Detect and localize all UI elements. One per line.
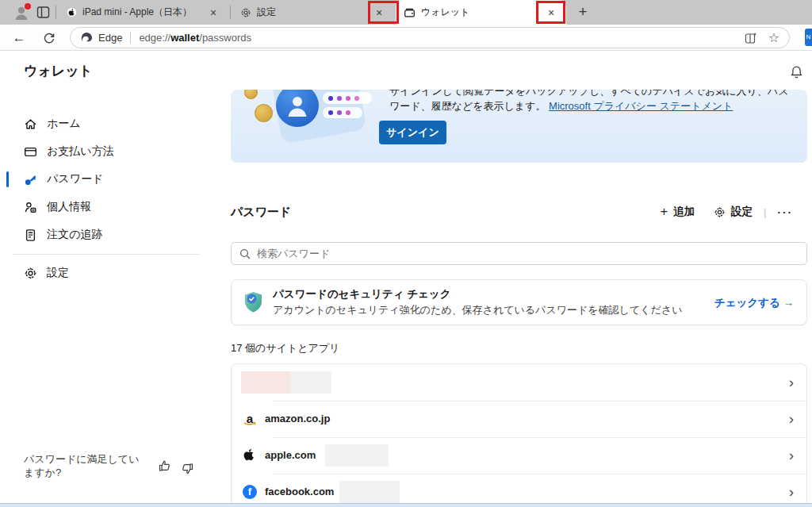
sidebar-item-label: お支払い方法 bbox=[47, 144, 114, 159]
search-input[interactable] bbox=[257, 248, 799, 259]
sidebar-item-label: パスワード bbox=[47, 172, 103, 186]
address-bar[interactable]: Edge edge://wallet/passwords ☆ bbox=[70, 27, 790, 48]
notification-bell-icon[interactable] bbox=[790, 65, 803, 79]
search-icon bbox=[239, 248, 251, 259]
sidebar-item-label: 個人情報 bbox=[47, 200, 91, 214]
banner-text: サインインして閲覧データをバックアップし、すべてのデバイスでお気に入り、パスワー… bbox=[389, 90, 799, 113]
password-row-amazon[interactable]: a amazon.co.jp › bbox=[232, 401, 806, 437]
edge-icon bbox=[80, 32, 93, 44]
key-icon bbox=[24, 173, 37, 186]
tab-title: iPad mini - Apple（日本） bbox=[82, 6, 192, 19]
thumbs-up-icon[interactable] bbox=[158, 459, 172, 473]
sidebar-item-payment[interactable]: お支払い方法 bbox=[24, 142, 114, 161]
back-button[interactable]: ← bbox=[10, 29, 29, 48]
password-row-redacted[interactable]: › bbox=[232, 364, 806, 401]
annotation-box-settings-close bbox=[368, 1, 399, 24]
wallet-icon bbox=[404, 7, 416, 18]
signin-banner: サインインして閲覧データをバックアップし、すべてのデバイスでお気に入り、パスワー… bbox=[231, 90, 807, 163]
password-row-facebook[interactable]: f facebook.com › bbox=[232, 474, 806, 507]
window-bottom-edge bbox=[0, 503, 812, 507]
apple-icon bbox=[67, 7, 77, 17]
page-title: ウォレット bbox=[24, 62, 93, 80]
redaction-box bbox=[339, 481, 400, 503]
url-path: /passwords bbox=[199, 32, 251, 44]
person-badge-icon bbox=[24, 201, 37, 214]
signin-button[interactable]: サインイン bbox=[379, 121, 446, 144]
password-pill bbox=[323, 107, 362, 118]
sites-count-label: 17 個のサイトとアプリ bbox=[231, 341, 340, 355]
profile-avatar[interactable] bbox=[13, 4, 30, 21]
gear-icon bbox=[714, 206, 726, 218]
gear-icon bbox=[240, 7, 251, 18]
chevron-right-icon[interactable]: › bbox=[789, 374, 794, 391]
run-check-link[interactable]: チェックする → bbox=[714, 296, 794, 310]
sidebar-item-label: 注文の追跡 bbox=[47, 228, 102, 242]
passwords-actions: + 追加 設定 | ··· bbox=[661, 205, 793, 219]
profile-notification-dot bbox=[25, 3, 31, 10]
security-check-title: パスワードのセキュリティ チェック bbox=[273, 287, 451, 302]
credit-card-icon bbox=[24, 145, 37, 159]
sidebar-item-order-tracking[interactable]: 注文の追跡 bbox=[24, 225, 102, 244]
gear-icon bbox=[24, 267, 37, 280]
home-icon bbox=[24, 117, 37, 131]
privacy-statement-link[interactable]: Microsoft プライバシー ステートメント bbox=[549, 100, 733, 112]
tab-title: ウォレット bbox=[421, 6, 469, 19]
security-check-card: パスワードのセキュリティ チェック アカウントのセキュリティ強化のため、保存され… bbox=[231, 279, 807, 325]
more-options-button[interactable]: ··· bbox=[778, 206, 794, 218]
site-name: amazon.co.jp bbox=[265, 413, 330, 424]
edge-label: Edge bbox=[98, 32, 122, 44]
browser-window: iPad mini - Apple（日本） × 設定 × ウォレット × + ←… bbox=[0, 0, 812, 507]
sidebar-divider bbox=[13, 254, 200, 255]
url-host: wallet bbox=[170, 32, 199, 44]
tab-apple[interactable]: iPad mini - Apple（日本） × bbox=[59, 0, 228, 25]
site-name: facebook.com bbox=[265, 486, 334, 497]
workspaces-icon[interactable] bbox=[36, 6, 50, 19]
tab-separator bbox=[56, 6, 56, 19]
coin-icon bbox=[255, 104, 273, 122]
tab-strip: iPad mini - Apple（日本） × 設定 × ウォレット × + bbox=[0, 0, 812, 25]
annotation-box-wallet-close bbox=[536, 1, 565, 24]
redaction-box bbox=[241, 371, 290, 394]
favorites-star-icon[interactable]: ☆ bbox=[768, 30, 779, 45]
coin-icon bbox=[244, 90, 258, 99]
tab-title: 設定 bbox=[257, 6, 276, 19]
sidebar-item-label: ホーム bbox=[47, 117, 81, 131]
split-screen-icon[interactable] bbox=[745, 32, 757, 44]
tab-separator bbox=[230, 6, 231, 19]
sidebar-item-personal-info[interactable]: 個人情報 bbox=[24, 198, 91, 217]
add-password-button[interactable]: + 追加 bbox=[661, 205, 695, 219]
sidebar-item-home[interactable]: ホーム bbox=[24, 114, 81, 133]
toolbar: ← Edge edge://wallet/passwords ☆ N bbox=[0, 25, 812, 51]
password-row-apple[interactable]: apple.com › bbox=[232, 437, 806, 474]
sidebar-item-label: 設定 bbox=[47, 266, 69, 280]
feedback-question: パスワードに満足していますか? bbox=[24, 452, 149, 479]
facebook-icon: f bbox=[243, 485, 257, 499]
actions-divider: | bbox=[764, 206, 767, 218]
chevron-right-icon[interactable]: › bbox=[789, 483, 794, 501]
passwords-settings-button[interactable]: 設定 bbox=[714, 205, 753, 219]
tab-close-icon[interactable]: × bbox=[206, 6, 220, 19]
password-pill bbox=[323, 92, 372, 104]
chevron-right-icon[interactable]: › bbox=[789, 447, 794, 464]
thumbs-down-icon[interactable] bbox=[180, 462, 194, 476]
sidebar-item-passwords[interactable]: パスワード bbox=[24, 170, 103, 189]
saved-passwords-list: › a amazon.co.jp › apple.com › f faceboo… bbox=[231, 363, 807, 507]
plus-icon: + bbox=[661, 205, 668, 219]
shield-check-icon bbox=[243, 291, 263, 313]
active-item-indicator bbox=[6, 171, 9, 187]
security-check-description: アカウントのセキュリティ強化のため、保存されているパスワードを確認してください bbox=[273, 303, 682, 317]
password-search[interactable] bbox=[231, 242, 807, 265]
passwords-heading: パスワード bbox=[231, 205, 291, 220]
url-prefix: edge:// bbox=[139, 32, 170, 44]
new-tab-button[interactable]: + bbox=[573, 2, 593, 22]
chevron-right-icon[interactable]: › bbox=[789, 410, 794, 428]
redaction-box bbox=[325, 444, 389, 467]
site-name: apple.com bbox=[265, 449, 316, 461]
sidebar-item-settings[interactable]: 設定 bbox=[24, 263, 69, 282]
apple-icon bbox=[243, 447, 257, 462]
document-icon bbox=[24, 229, 37, 242]
refresh-button[interactable] bbox=[40, 29, 59, 48]
amazon-icon: a bbox=[243, 412, 257, 426]
arrow-right-icon: → bbox=[783, 297, 795, 309]
extension-icon[interactable]: N bbox=[805, 29, 812, 46]
